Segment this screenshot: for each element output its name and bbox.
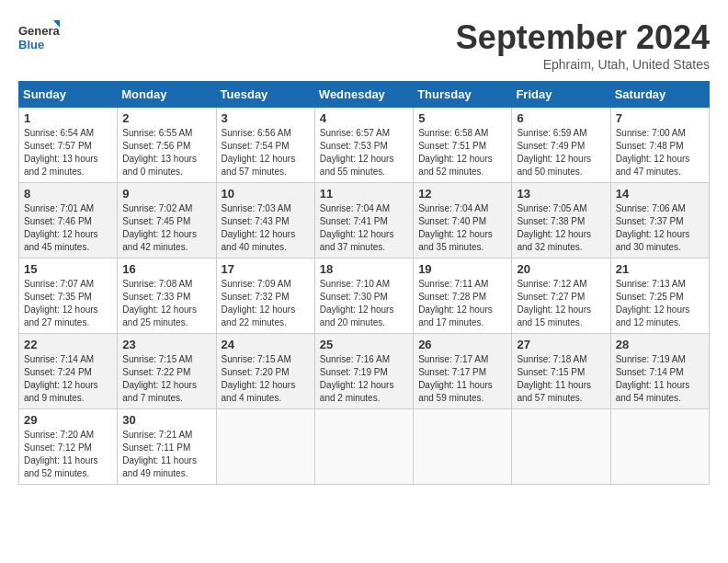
day-info: Sunrise: 7:07 AM Sunset: 7:35 PM Dayligh… <box>24 278 112 329</box>
day-info: Sunrise: 7:03 AM Sunset: 7:43 PM Dayligh… <box>222 202 310 254</box>
header-row: Sunday Monday Tuesday Wednesday Thursday… <box>19 82 710 108</box>
svg-text:General: General <box>18 24 60 38</box>
day-number: 19 <box>418 262 506 276</box>
table-row: 5Sunrise: 6:58 AM Sunset: 7:51 PM Daylig… <box>414 108 512 183</box>
location-subtitle: Ephraim, Utah, United States <box>456 57 710 72</box>
day-info: Sunrise: 6:54 AM Sunset: 7:57 PM Dayligh… <box>24 127 112 178</box>
table-row: 27Sunrise: 7:18 AM Sunset: 7:15 PM Dayli… <box>512 334 610 409</box>
table-row: 13Sunrise: 7:05 AM Sunset: 7:38 PM Dayli… <box>512 183 610 259</box>
month-title: September 2024 <box>456 18 710 57</box>
day-number: 16 <box>122 262 210 276</box>
day-number: 17 <box>222 262 310 276</box>
table-row: 4Sunrise: 6:57 AM Sunset: 7:53 PM Daylig… <box>314 108 413 183</box>
day-info: Sunrise: 7:06 AM Sunset: 7:37 PM Dayligh… <box>616 202 704 254</box>
day-info: Sunrise: 6:58 AM Sunset: 7:51 PM Dayligh… <box>418 127 506 178</box>
day-info: Sunrise: 7:04 AM Sunset: 7:40 PM Dayligh… <box>418 202 506 254</box>
table-row: 8Sunrise: 7:01 AM Sunset: 7:46 PM Daylig… <box>19 183 118 259</box>
day-info: Sunrise: 7:10 AM Sunset: 7:30 PM Dayligh… <box>320 278 408 329</box>
day-number: 23 <box>122 338 210 351</box>
day-info: Sunrise: 7:18 AM Sunset: 7:15 PM Dayligh… <box>517 353 605 405</box>
table-row: 6Sunrise: 6:59 AM Sunset: 7:49 PM Daylig… <box>512 108 610 183</box>
logo-svg: General Blue <box>18 18 60 60</box>
day-number: 28 <box>616 338 704 351</box>
day-number: 2 <box>122 111 210 125</box>
day-number: 21 <box>616 262 704 276</box>
table-row: 15Sunrise: 7:07 AM Sunset: 7:35 PM Dayli… <box>19 259 118 334</box>
table-row <box>216 409 314 485</box>
table-row: 23Sunrise: 7:15 AM Sunset: 7:22 PM Dayli… <box>118 334 216 409</box>
day-info: Sunrise: 7:08 AM Sunset: 7:33 PM Dayligh… <box>122 278 210 329</box>
day-info: Sunrise: 7:21 AM Sunset: 7:11 PM Dayligh… <box>122 429 210 480</box>
day-number: 5 <box>418 111 506 125</box>
day-info: Sunrise: 7:15 AM Sunset: 7:22 PM Dayligh… <box>122 353 210 405</box>
table-row <box>414 409 512 485</box>
table-row: 19Sunrise: 7:11 AM Sunset: 7:28 PM Dayli… <box>414 259 512 334</box>
day-info: Sunrise: 7:04 AM Sunset: 7:41 PM Dayligh… <box>320 202 408 254</box>
day-number: 7 <box>616 111 704 125</box>
table-row: 30Sunrise: 7:21 AM Sunset: 7:11 PM Dayli… <box>118 409 216 485</box>
table-row: 28Sunrise: 7:19 AM Sunset: 7:14 PM Dayli… <box>610 334 709 409</box>
day-info: Sunrise: 6:56 AM Sunset: 7:54 PM Dayligh… <box>222 127 310 178</box>
calendar-row: 1Sunrise: 6:54 AM Sunset: 7:57 PM Daylig… <box>19 108 710 183</box>
day-info: Sunrise: 7:13 AM Sunset: 7:25 PM Dayligh… <box>616 278 704 329</box>
table-row: 10Sunrise: 7:03 AM Sunset: 7:43 PM Dayli… <box>216 183 314 259</box>
day-info: Sunrise: 7:19 AM Sunset: 7:14 PM Dayligh… <box>616 353 704 405</box>
table-row: 22Sunrise: 7:14 AM Sunset: 7:24 PM Dayli… <box>19 334 118 409</box>
col-monday: Monday <box>118 82 216 108</box>
day-info: Sunrise: 7:02 AM Sunset: 7:45 PM Dayligh… <box>122 202 210 254</box>
table-row: 21Sunrise: 7:13 AM Sunset: 7:25 PM Dayli… <box>610 259 709 334</box>
table-row: 25Sunrise: 7:16 AM Sunset: 7:19 PM Dayli… <box>314 334 413 409</box>
day-number: 9 <box>122 187 210 201</box>
table-row: 9Sunrise: 7:02 AM Sunset: 7:45 PM Daylig… <box>118 183 216 259</box>
table-row: 18Sunrise: 7:10 AM Sunset: 7:30 PM Dayli… <box>314 259 413 334</box>
day-number: 14 <box>616 187 704 201</box>
day-info: Sunrise: 7:00 AM Sunset: 7:48 PM Dayligh… <box>616 127 704 178</box>
calendar-table: Sunday Monday Tuesday Wednesday Thursday… <box>18 81 710 485</box>
table-row: 16Sunrise: 7:08 AM Sunset: 7:33 PM Dayli… <box>118 259 216 334</box>
day-number: 13 <box>517 187 605 201</box>
table-row: 2Sunrise: 6:55 AM Sunset: 7:56 PM Daylig… <box>118 108 216 183</box>
day-number: 24 <box>222 338 310 351</box>
day-number: 25 <box>320 338 408 351</box>
day-info: Sunrise: 7:16 AM Sunset: 7:19 PM Dayligh… <box>320 353 408 405</box>
table-row: 14Sunrise: 7:06 AM Sunset: 7:37 PM Dayli… <box>610 183 709 259</box>
day-number: 10 <box>222 187 310 201</box>
col-friday: Friday <box>512 82 610 108</box>
calendar-row: 29Sunrise: 7:20 AM Sunset: 7:12 PM Dayli… <box>19 409 710 485</box>
day-info: Sunrise: 6:57 AM Sunset: 7:53 PM Dayligh… <box>320 127 408 178</box>
day-number: 20 <box>517 262 605 276</box>
table-row: 29Sunrise: 7:20 AM Sunset: 7:12 PM Dayli… <box>19 409 118 485</box>
table-row: 24Sunrise: 7:15 AM Sunset: 7:20 PM Dayli… <box>216 334 314 409</box>
calendar-row: 8Sunrise: 7:01 AM Sunset: 7:46 PM Daylig… <box>19 183 710 259</box>
day-number: 29 <box>24 413 112 427</box>
day-number: 4 <box>320 111 408 125</box>
table-row: 1Sunrise: 6:54 AM Sunset: 7:57 PM Daylig… <box>19 108 118 183</box>
day-number: 12 <box>418 187 506 201</box>
calendar-row: 15Sunrise: 7:07 AM Sunset: 7:35 PM Dayli… <box>19 259 710 334</box>
day-info: Sunrise: 6:55 AM Sunset: 7:56 PM Dayligh… <box>122 127 210 178</box>
day-number: 27 <box>517 338 605 351</box>
logo: General Blue <box>18 18 60 60</box>
table-row <box>512 409 610 485</box>
title-area: September 2024 Ephraim, Utah, United Sta… <box>456 18 710 72</box>
table-row: 20Sunrise: 7:12 AM Sunset: 7:27 PM Dayli… <box>512 259 610 334</box>
table-row: 11Sunrise: 7:04 AM Sunset: 7:41 PM Dayli… <box>314 183 413 259</box>
header: General Blue September 2024 Ephraim, Uta… <box>18 18 710 72</box>
table-row: 17Sunrise: 7:09 AM Sunset: 7:32 PM Dayli… <box>216 259 314 334</box>
day-info: Sunrise: 7:15 AM Sunset: 7:20 PM Dayligh… <box>222 353 310 405</box>
table-row: 26Sunrise: 7:17 AM Sunset: 7:17 PM Dayli… <box>414 334 512 409</box>
day-info: Sunrise: 7:20 AM Sunset: 7:12 PM Dayligh… <box>24 429 112 480</box>
col-tuesday: Tuesday <box>216 82 314 108</box>
day-info: Sunrise: 7:14 AM Sunset: 7:24 PM Dayligh… <box>24 353 112 405</box>
day-info: Sunrise: 7:11 AM Sunset: 7:28 PM Dayligh… <box>418 278 506 329</box>
table-row <box>610 409 709 485</box>
calendar-row: 22Sunrise: 7:14 AM Sunset: 7:24 PM Dayli… <box>19 334 710 409</box>
day-number: 1 <box>24 111 112 125</box>
day-number: 15 <box>24 262 112 276</box>
day-number: 22 <box>24 338 112 351</box>
day-number: 30 <box>122 413 210 427</box>
day-number: 18 <box>320 262 408 276</box>
day-info: Sunrise: 7:05 AM Sunset: 7:38 PM Dayligh… <box>517 202 605 254</box>
col-thursday: Thursday <box>414 82 512 108</box>
table-row: 3Sunrise: 6:56 AM Sunset: 7:54 PM Daylig… <box>216 108 314 183</box>
